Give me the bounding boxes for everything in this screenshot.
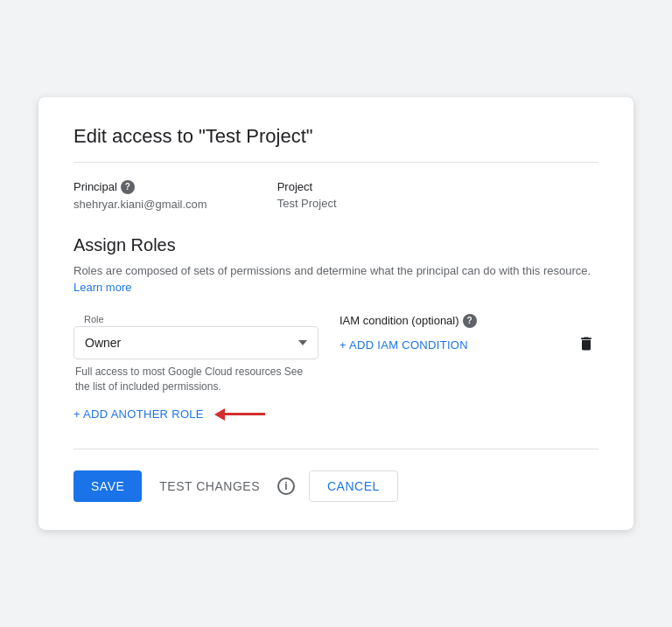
role-select[interactable]: Owner Editor Viewer Browser xyxy=(74,327,318,359)
delete-role-button[interactable] xyxy=(574,331,598,356)
role-select-label: Role xyxy=(74,314,318,324)
add-another-role-row: + ADD ANOTHER ROLE xyxy=(74,408,598,421)
project-value: Test Project xyxy=(277,197,337,210)
info-icon[interactable]: i xyxy=(277,477,295,495)
footer-row: SAVE TEST CHANGES i CANCEL xyxy=(74,449,598,502)
roles-description: Roles are composed of sets of permission… xyxy=(74,262,598,296)
principal-section: Principal ? shehryar.kiani@gmail.com Pro… xyxy=(74,180,598,211)
iam-condition-help-icon[interactable]: ? xyxy=(463,314,477,328)
role-select-wrapper: Role Owner Editor Viewer Browser Full ac… xyxy=(74,314,318,394)
dialog: Edit access to "Test Project" Principal … xyxy=(38,97,634,531)
assign-roles-title: Assign Roles xyxy=(74,235,598,255)
role-row: Role Owner Editor Viewer Browser Full ac… xyxy=(74,314,598,394)
add-iam-condition-button[interactable]: + ADD IAM CONDITION xyxy=(340,338,468,352)
add-another-role-button[interactable]: + ADD ANOTHER ROLE xyxy=(74,408,204,421)
save-button[interactable]: SAVE xyxy=(74,470,142,502)
iam-condition-wrapper: IAM condition (optional) ? + ADD IAM CON… xyxy=(340,314,598,356)
test-changes-button[interactable]: TEST CHANGES xyxy=(156,470,263,502)
principal-value: shehryar.kiani@gmail.com xyxy=(74,198,207,211)
trash-icon xyxy=(578,335,595,352)
dialog-title: Edit access to "Test Project" xyxy=(74,125,598,163)
role-description: Full access to most Google Cloud resourc… xyxy=(74,365,318,394)
project-column: Project Test Project xyxy=(277,180,337,211)
red-arrow-line xyxy=(223,413,265,415)
red-arrow-indicator xyxy=(214,408,265,421)
principal-label: Principal ? xyxy=(74,180,207,194)
iam-condition-section: IAM condition (optional) ? + ADD IAM CON… xyxy=(340,314,567,352)
principal-column: Principal ? shehryar.kiani@gmail.com xyxy=(74,180,207,211)
iam-condition-label: IAM condition (optional) ? xyxy=(340,314,567,328)
role-select-outer[interactable]: Owner Editor Viewer Browser xyxy=(74,326,318,359)
principal-help-icon[interactable]: ? xyxy=(121,180,135,194)
cancel-button[interactable]: CANCEL xyxy=(309,470,398,502)
project-label: Project xyxy=(277,180,337,193)
learn-more-link[interactable]: Learn more xyxy=(74,281,131,294)
